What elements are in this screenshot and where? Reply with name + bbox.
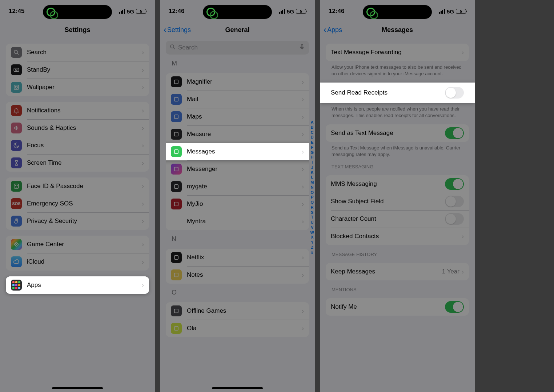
index-letter[interactable]: X bbox=[310, 235, 314, 240]
switch-notify-me[interactable] bbox=[445, 301, 464, 313]
row-notifications[interactable]: Notifications› bbox=[6, 102, 149, 119]
page-title: Messages bbox=[382, 26, 413, 34]
cellular-signal-icon bbox=[119, 9, 125, 14]
row-sos[interactable]: SOSEmergency SOS› bbox=[6, 195, 149, 212]
row-wallpaper[interactable]: Wallpaper› bbox=[6, 79, 149, 96]
index-letter[interactable]: U bbox=[310, 220, 314, 225]
index-letter[interactable]: P bbox=[310, 195, 314, 200]
switch-read-receipts[interactable] bbox=[445, 87, 464, 99]
home-indicator[interactable] bbox=[52, 387, 103, 389]
row-text-message-forwarding[interactable]: Text Message Forwarding › bbox=[326, 44, 469, 61]
row-label: Notifications bbox=[27, 107, 61, 114]
index-letter[interactable]: H bbox=[310, 155, 314, 160]
island-activity-icon bbox=[47, 8, 55, 16]
row-gamecenter[interactable]: Game Center› bbox=[6, 236, 149, 253]
app-row-myntra[interactable]: Myntra› bbox=[166, 213, 309, 230]
index-letter[interactable]: D bbox=[310, 135, 314, 140]
app-row-messenger[interactable]: Messenger› bbox=[166, 160, 309, 178]
index-letter[interactable]: Q bbox=[310, 200, 314, 205]
svg-rect-16 bbox=[174, 80, 178, 84]
app-row-measure[interactable]: Measure› bbox=[166, 125, 309, 143]
index-letter[interactable]: C bbox=[310, 130, 314, 135]
index-letter[interactable]: R bbox=[310, 205, 314, 210]
row-keep-messages[interactable]: Keep Messages 1 Year › bbox=[326, 263, 469, 280]
index-letter[interactable]: K bbox=[310, 170, 314, 175]
index-letter[interactable]: F bbox=[310, 145, 314, 150]
row-send-as-text-message[interactable]: Send as Text Message bbox=[326, 124, 469, 142]
chevron-right-icon: › bbox=[302, 113, 304, 121]
app-row-mail[interactable]: Mail› bbox=[166, 91, 309, 108]
switch-send-as-text[interactable] bbox=[445, 127, 464, 139]
page-title: Settings bbox=[64, 26, 90, 34]
app-label: Messages bbox=[187, 148, 215, 155]
row-mms[interactable]: MMS Messaging bbox=[326, 175, 469, 193]
row-screentime[interactable]: Screen Time› bbox=[6, 154, 149, 172]
search-input[interactable]: Search bbox=[166, 41, 309, 55]
index-letter[interactable]: G bbox=[310, 150, 314, 155]
alphabet-index[interactable]: ABCDEFGHIJKLMNOPQRSTUVWXYZ# bbox=[310, 120, 314, 255]
row-apps[interactable]: Apps› bbox=[6, 276, 149, 294]
switch-mms[interactable] bbox=[445, 178, 464, 190]
row-send-read-receipts[interactable]: Send Read Receipts bbox=[326, 83, 469, 103]
app-label: Offline Games bbox=[187, 307, 226, 315]
back-button[interactable]: ‹ Apps bbox=[324, 25, 342, 35]
index-letter[interactable]: # bbox=[310, 250, 314, 255]
app-row-myjio[interactable]: MyJio› bbox=[166, 195, 309, 213]
index-letter[interactable]: B bbox=[310, 125, 314, 130]
app-row-magnifier[interactable]: Magnifier› bbox=[166, 73, 309, 91]
app-icon-mail bbox=[171, 94, 182, 105]
index-letter[interactable]: W bbox=[310, 230, 314, 235]
index-letter[interactable]: M bbox=[310, 180, 314, 185]
app-label: Messenger bbox=[187, 165, 217, 173]
row-search[interactable]: Search› bbox=[6, 44, 149, 61]
app-label: mygate bbox=[187, 183, 207, 190]
row-focus[interactable]: Focus› bbox=[6, 137, 149, 154]
settings-section: Notifications›Sounds & Haptics›Focus›Scr… bbox=[6, 102, 149, 172]
home-indicator[interactable] bbox=[212, 387, 263, 389]
mic-icon[interactable] bbox=[299, 44, 305, 52]
index-letter[interactable]: O bbox=[310, 190, 314, 195]
row-subject[interactable]: Show Subject Field bbox=[326, 193, 469, 210]
switch-charcount[interactable] bbox=[445, 213, 464, 225]
index-letter[interactable]: E bbox=[310, 140, 314, 145]
app-row-mygate[interactable]: mygate› bbox=[166, 178, 309, 195]
app-row-messages[interactable]: Messages› bbox=[166, 143, 309, 160]
back-button[interactable]: ‹ Settings bbox=[164, 25, 191, 35]
chevron-right-icon: › bbox=[462, 233, 464, 240]
settings-section: Game Center›iCloud› bbox=[6, 236, 149, 271]
switch-subject[interactable] bbox=[445, 196, 464, 207]
row-icloud[interactable]: iCloud› bbox=[6, 253, 149, 271]
row-sounds[interactable]: Sounds & Haptics› bbox=[6, 119, 149, 137]
row-label: MMS Messaging bbox=[331, 180, 377, 188]
row-charcount[interactable]: Character Count bbox=[326, 210, 469, 228]
app-row-maps[interactable]: Maps› bbox=[166, 108, 309, 125]
index-letter[interactable]: V bbox=[310, 225, 314, 230]
index-letter[interactable]: J bbox=[310, 165, 314, 170]
row-blocked[interactable]: Blocked Contacts› bbox=[326, 228, 469, 245]
index-letter[interactable]: T bbox=[310, 215, 314, 220]
chevron-right-icon: › bbox=[142, 66, 144, 74]
index-letter[interactable]: A bbox=[310, 120, 314, 125]
app-row-notes[interactable]: Notes› bbox=[166, 266, 309, 284]
chevron-right-icon: › bbox=[302, 325, 304, 332]
nav-header: ‹ Settings General bbox=[160, 22, 315, 38]
chevron-right-icon: › bbox=[142, 84, 144, 91]
app-row-netflix[interactable]: Netflix› bbox=[166, 249, 309, 266]
index-letter[interactable]: I bbox=[310, 160, 314, 165]
index-letter[interactable]: S bbox=[310, 210, 314, 215]
app-icon-mygate bbox=[171, 181, 182, 192]
header-text-messaging: TEXT MESSAGING bbox=[332, 164, 463, 169]
app-row-offlinegames[interactable]: Offline Games› bbox=[166, 302, 309, 320]
chevron-right-icon: › bbox=[302, 183, 304, 191]
index-letter[interactable]: Y bbox=[310, 240, 314, 245]
row-privacy[interactable]: Privacy & Security› bbox=[6, 212, 149, 230]
index-letter[interactable]: N bbox=[310, 185, 314, 190]
row-notify-me[interactable]: Notify Me bbox=[326, 298, 469, 316]
index-letter[interactable]: Z bbox=[310, 245, 314, 250]
row-standby[interactable]: StandBy› bbox=[6, 61, 149, 79]
app-row-ola[interactable]: Ola› bbox=[166, 320, 309, 337]
row-faceid[interactable]: Face ID & Passcode› bbox=[6, 177, 149, 195]
page-title: General bbox=[225, 26, 249, 34]
row-label: iCloud bbox=[27, 258, 44, 265]
index-letter[interactable]: L bbox=[310, 175, 314, 180]
